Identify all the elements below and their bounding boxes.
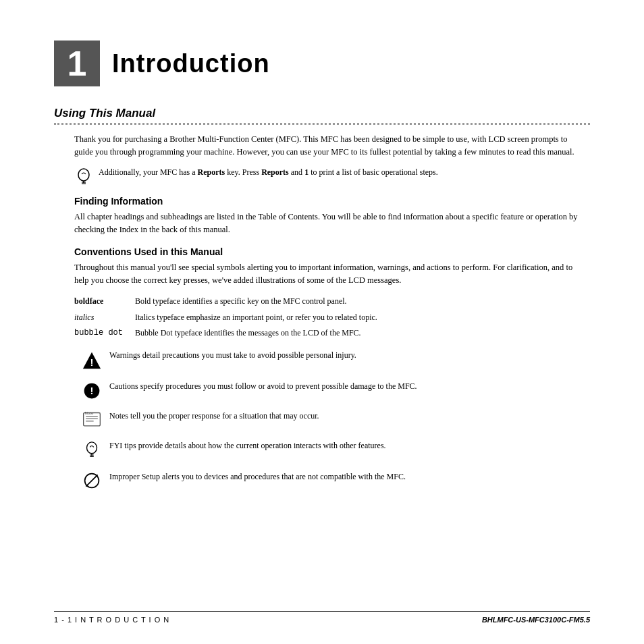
svg-point-13 <box>87 442 97 454</box>
fyi-inline-icon <box>74 167 93 186</box>
fyi-icon-cell <box>74 439 109 461</box>
intro-paragraph: Thank you for purchasing a Brother Multi… <box>74 133 583 159</box>
svg-point-0 <box>78 169 89 181</box>
page: 1 Introduction Using This Manual Thank y… <box>0 0 644 644</box>
finding-info-body: All chapter headings and subheadings are… <box>74 211 583 237</box>
chapter-header: 1 Introduction <box>54 41 590 86</box>
svg-text:!: ! <box>90 386 94 397</box>
warning-icon-cell: ! <box>74 349 109 371</box>
caution-desc: Cautions specify procedures you must fol… <box>109 380 583 392</box>
icon-row-fyi: FYI tips provide details about how the c… <box>74 439 583 461</box>
footer-page-number: 1 - 1 I N T R O D U C T I O N <box>54 616 169 624</box>
svg-text:Note: Note <box>84 411 94 415</box>
term-bubble-dot: bubble dot <box>74 325 135 341</box>
noway-desc: Improper Setup alerts you to devices and… <box>109 471 583 483</box>
fyi-bulb-icon <box>76 167 91 186</box>
conventions-body: Throughout this manual you'll see specia… <box>74 261 583 288</box>
noway-icon <box>83 472 101 489</box>
noway-icon-cell <box>74 471 109 489</box>
term-italics: italics <box>74 310 135 325</box>
desc-italics: Italics typeface emphasize an important … <box>135 310 583 325</box>
note-icon: Note <box>82 411 102 430</box>
note-desc: Notes tell you the proper response for a… <box>109 410 583 422</box>
warning-icon: ! <box>82 350 102 371</box>
warning-desc: Warnings detail precautions you must tak… <box>109 349 583 361</box>
icon-row-warning: ! Warnings detail precautions you must t… <box>74 349 583 371</box>
chapter-title: Introduction <box>112 49 270 78</box>
subsection-conventions: Conventions Used in this Manual <box>74 246 583 257</box>
chapter-number: 1 <box>54 41 100 86</box>
caution-icon: ! <box>82 381 101 400</box>
desc-boldface: Bold typeface identifies a specific key … <box>135 294 583 309</box>
icon-row-note: Note Notes tell you the proper response … <box>74 410 583 430</box>
term-boldface: boldface <box>74 294 135 309</box>
subsection-finding-info: Finding Information <box>74 196 583 207</box>
fyi-note-row: Additionally, your MFC has a Reports key… <box>74 166 583 186</box>
fyi-icon <box>84 441 100 461</box>
fyi-note-text: Additionally, your MFC has a Reports key… <box>99 166 583 178</box>
icon-row-noway: Improper Setup alerts you to devices and… <box>74 471 583 489</box>
table-row: italics Italics typeface emphasize an im… <box>74 310 583 325</box>
icons-section: ! Warnings detail precautions you must t… <box>74 349 583 489</box>
svg-line-18 <box>86 475 97 487</box>
footer-model: BHLMFC-US-MFC3100C-FM5.5 <box>482 616 590 624</box>
table-row: bubble dot Bubble Dot typeface identifie… <box>74 325 583 341</box>
section-divider <box>54 123 590 125</box>
desc-bubble-dot: Bubble Dot typeface identifies the messa… <box>135 325 583 341</box>
note-icon-cell: Note <box>74 410 109 430</box>
svg-text:!: ! <box>90 357 94 369</box>
section-title: Using This Manual <box>54 107 590 120</box>
fyi-desc: FYI tips provide details about how the c… <box>109 439 583 452</box>
page-footer: 1 - 1 I N T R O D U C T I O N BHLMFC-US-… <box>54 611 590 624</box>
content-area: Thank you for purchasing a Brother Multi… <box>74 133 583 489</box>
caution-icon-cell: ! <box>74 380 109 400</box>
icon-row-caution: ! Cautions specify procedures you must f… <box>74 380 583 400</box>
conventions-table: boldface Bold typeface identifies a spec… <box>74 294 583 341</box>
table-row: boldface Bold typeface identifies a spec… <box>74 294 583 309</box>
